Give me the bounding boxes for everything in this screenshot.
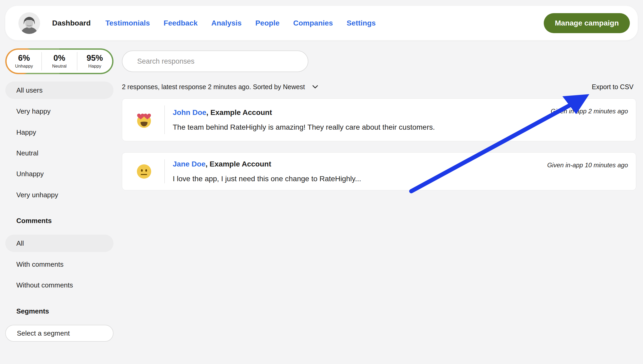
sidebar-item-unhappy[interactable]: Unhappy bbox=[5, 165, 113, 183]
sentiment-stats: 6% Unhappy 0% Neutral 95% Happy bbox=[7, 50, 112, 73]
card-divider bbox=[164, 105, 165, 134]
sidebar-item-very-unhappy[interactable]: Very unhappy bbox=[5, 186, 113, 204]
response-comment: The team behind RateHighly is amazing! T… bbox=[173, 123, 525, 132]
card-divider bbox=[164, 159, 165, 183]
segment-select[interactable]: Select a segment bbox=[5, 325, 113, 342]
response-card: John Doe, Example Account The team behin… bbox=[122, 98, 636, 141]
stat-neutral: 0% Neutral bbox=[41, 52, 77, 70]
nav-item-analysis[interactable]: Analysis bbox=[211, 19, 242, 27]
neutral-face-emoji bbox=[136, 163, 152, 180]
nav-item-testimonials[interactable]: Testimonials bbox=[105, 19, 150, 27]
sidebar-item-all-users[interactable]: All users bbox=[5, 82, 113, 99]
sidebar: 6% Unhappy 0% Neutral 95% Happy All user… bbox=[5, 48, 113, 74]
summary-row: 2 responses, latest response 2 minutes a… bbox=[122, 81, 319, 93]
sentiment-ring: 6% Unhappy 0% Neutral 95% Happy bbox=[5, 48, 113, 74]
export-csv-link[interactable]: Export to CSV bbox=[592, 83, 634, 91]
heart-eyes-emoji bbox=[136, 112, 152, 128]
response-name-row: Jane Doe, Example Account bbox=[173, 160, 525, 168]
stat-unhappy: 6% Unhappy bbox=[7, 52, 41, 70]
nav-item-people[interactable]: People bbox=[255, 19, 280, 27]
comments-heading: Comments bbox=[16, 217, 52, 225]
response-meta: Given in-app 10 minutes ago bbox=[547, 161, 628, 169]
responses-summary: 2 responses, latest response 2 minutes a… bbox=[122, 83, 305, 91]
nav-links: Testimonials Feedback Analysis People Co… bbox=[105, 19, 376, 27]
chevron-down-icon[interactable] bbox=[311, 83, 319, 91]
nav-item-companies[interactable]: Companies bbox=[293, 19, 333, 27]
response-card: Jane Doe, Example Account I love the app… bbox=[122, 152, 636, 190]
response-account: , Example Account bbox=[206, 160, 271, 168]
sidebar-item-without-comments[interactable]: Without comments bbox=[5, 276, 113, 294]
response-comment: I love the app, I just need this one cha… bbox=[173, 175, 525, 183]
response-user-link[interactable]: John Doe bbox=[173, 108, 206, 117]
avatar-photo bbox=[18, 12, 40, 34]
top-nav: Dashboard Testimonials Feedback Analysis… bbox=[5, 6, 638, 40]
response-user-link[interactable]: Jane Doe bbox=[173, 160, 206, 168]
response-meta: Given in-app 2 minutes ago bbox=[551, 108, 628, 115]
nav-item-feedback[interactable]: Feedback bbox=[164, 19, 197, 27]
sidebar-item-with-comments[interactable]: With comments bbox=[5, 256, 113, 273]
nav-item-dashboard[interactable]: Dashboard bbox=[52, 19, 91, 27]
response-body: Jane Doe, Example Account I love the app… bbox=[173, 153, 525, 190]
stat-unhappy-label: Unhappy bbox=[15, 64, 33, 69]
avatar[interactable] bbox=[18, 12, 40, 34]
stat-happy: 95% Happy bbox=[77, 52, 112, 70]
sidebar-item-neutral[interactable]: Neutral bbox=[5, 144, 113, 162]
stat-happy-label: Happy bbox=[88, 64, 101, 69]
sidebar-item-happy[interactable]: Happy bbox=[5, 124, 113, 141]
sidebar-item-comments-all[interactable]: All bbox=[5, 235, 113, 252]
stat-neutral-label: Neutral bbox=[52, 64, 67, 69]
page-root: { "nav": { "title": "Dashboard", "links"… bbox=[0, 0, 643, 364]
stat-happy-value: 95% bbox=[87, 54, 103, 63]
nav-item-settings[interactable]: Settings bbox=[347, 19, 375, 27]
response-account: , Example Account bbox=[206, 108, 272, 117]
segments-heading: Segments bbox=[16, 307, 49, 315]
segment-select-label: Select a segment bbox=[17, 329, 70, 337]
manage-campaign-button[interactable]: Manage campaign bbox=[544, 13, 630, 33]
sidebar-item-very-happy[interactable]: Very happy bbox=[5, 103, 113, 120]
response-body: John Doe, Example Account The team behin… bbox=[173, 99, 525, 141]
search-input[interactable] bbox=[122, 50, 308, 72]
stat-neutral-value: 0% bbox=[53, 54, 65, 63]
response-name-row: John Doe, Example Account bbox=[173, 108, 525, 117]
stat-unhappy-value: 6% bbox=[18, 54, 30, 63]
